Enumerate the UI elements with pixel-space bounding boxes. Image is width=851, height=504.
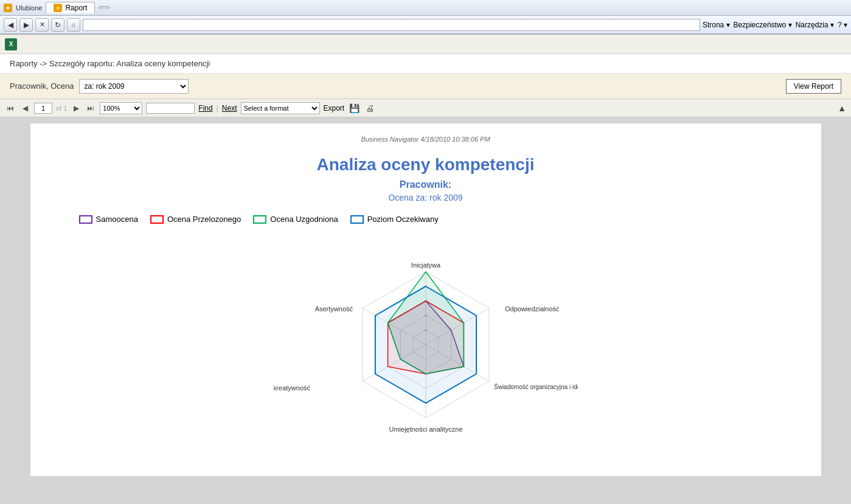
tab-label: Raport — [65, 4, 87, 12]
find-link[interactable]: Find — [198, 104, 212, 112]
nav-stop[interactable]: ✕ — [35, 18, 49, 32]
label-innowacyjnosc: Innowacyjność i kreatywność — [274, 384, 310, 392]
breadcrumb: Raporty -> Szczegóły raportu: Analiza oc… — [10, 59, 210, 68]
excel-icon: X — [5, 38, 17, 50]
last-page-button[interactable]: ⏭ — [85, 103, 96, 114]
legend-label-przelozonego: Ocena Przelozonego — [167, 215, 241, 224]
top-logo-bar: X — [0, 35, 851, 54]
nav-bar: ◀ ▶ ✕ ↻ ⌂ Strona ▾ Bezpieczeństwo ▾ Narz… — [0, 16, 851, 34]
next-link[interactable]: Next — [222, 104, 237, 112]
menu-narzedzia[interactable]: Narzędzia ▾ — [796, 21, 834, 29]
report-title: Analiza oceny kompetencji — [55, 155, 797, 174]
format-select[interactable]: Select a format PDF Excel Word CSV — [241, 102, 320, 114]
params-left: Pracownik, Ocena za: rok 2009 — [10, 79, 189, 94]
report-page: Business Navigator 4/18/2010 10:38:06 PM… — [30, 123, 821, 476]
report-subtitle2: Ocena za: rok 2009 — [55, 193, 797, 202]
param-label: Pracownik, Ocena — [10, 81, 74, 91]
label-asertywnosc: Asertywność — [314, 305, 353, 312]
favorites-icon: ★ — [4, 4, 12, 12]
browser-title-bar: ★ Ulubione e Raport — [0, 0, 851, 16]
label-swiadomosc: Świadomość organizacyjna i identyfikacja… — [494, 383, 578, 390]
label-odpowiedzialnosc: Odpowiedzialność — [505, 305, 560, 312]
legend-box-green — [253, 215, 266, 224]
report-scroll-area[interactable]: Business Navigator 4/18/2010 10:38:06 PM… — [0, 117, 851, 504]
legend-label-oczekiwany: Poziom Oczekiwany — [367, 215, 439, 224]
find-separator: | — [217, 104, 218, 112]
legend-przelozonego: Ocena Przelozonego — [150, 215, 241, 224]
inactive-tab[interactable] — [99, 6, 109, 9]
legend-box-purple — [79, 215, 92, 224]
page-input[interactable] — [34, 103, 52, 114]
breadcrumb-bar: Raporty -> Szczegóły raportu: Analiza oc… — [0, 54, 851, 74]
legend-box-red — [150, 215, 164, 224]
page-of-text: of 1 — [56, 105, 67, 112]
oczekiwany-polygon — [375, 286, 476, 403]
browser-chrome: ★ Ulubione e Raport ◀ ▶ ✕ ↻ ⌂ Strona ▾ B… — [0, 0, 851, 35]
radar-chart: Inicjatywa Odpowiedzialność Świadomość o… — [274, 238, 578, 445]
menu-help[interactable]: ? ▾ — [838, 21, 847, 29]
nav-forward[interactable]: ▶ — [19, 18, 33, 32]
active-tab[interactable]: e Raport — [46, 2, 95, 13]
report-toolbar: ⏮ ◀ of 1 ▶ ⏭ 100% 75% 50% 125% 150% Find… — [0, 99, 851, 117]
nav-back[interactable]: ◀ — [4, 18, 17, 32]
legend-uzgodniona: Ocena Uzgodniona — [253, 215, 338, 224]
legend-label-samoocena: Samoocena — [96, 215, 138, 224]
print-icon[interactable]: 🖨 — [364, 102, 376, 114]
legend-label-uzgodniona: Ocena Uzgodniona — [270, 215, 338, 224]
params-bar: Pracownik, Ocena za: rok 2009 View Repor… — [0, 74, 851, 99]
tab-icon: e — [54, 4, 62, 12]
find-input[interactable] — [146, 103, 195, 114]
param-select[interactable]: za: rok 2009 — [79, 79, 189, 94]
page-wrapper: X Raporty -> Szczegóły raportu: Analiza … — [0, 35, 851, 504]
save-icon[interactable]: 💾 — [348, 102, 360, 114]
nav-menu-items: Strona ▾ Bezpieczeństwo ▾ Narzędzia ▾ ? … — [703, 21, 847, 29]
menu-bezpieczenstwo[interactable]: Bezpieczeństwo ▾ — [734, 21, 792, 29]
view-report-button[interactable]: View Report — [786, 79, 841, 94]
nav-refresh[interactable]: ↻ — [51, 18, 64, 32]
legend-samoocena: Samoocena — [79, 215, 138, 224]
export-button[interactable]: Export — [324, 104, 345, 112]
first-page-button[interactable]: ⏮ — [5, 103, 16, 114]
collapse-icon[interactable]: ▲ — [838, 103, 846, 113]
label-umiejetnosci: Umiejętności analityczne — [389, 426, 462, 433]
menu-strona[interactable]: Strona ▾ — [703, 21, 730, 29]
nav-home[interactable]: ⌂ — [67, 18, 80, 32]
legend-row: Samoocena Ocena Przelozonego Ocena Uzgod… — [79, 215, 797, 224]
radar-container: Inicjatywa Odpowiedzialność Świadomość o… — [55, 238, 797, 445]
favorites-label: Ulubione — [16, 4, 42, 12]
label-inicjatywa: Inicjatywa — [411, 261, 440, 269]
legend-oczekiwany: Poziom Oczekiwany — [350, 215, 439, 224]
report-header-info: Business Navigator 4/18/2010 10:38:06 PM — [55, 136, 797, 143]
prev-page-button[interactable]: ◀ — [19, 103, 30, 114]
legend-box-blue — [350, 215, 364, 224]
address-bar[interactable] — [83, 19, 700, 31]
next-page-button[interactable]: ▶ — [71, 103, 82, 114]
zoom-select[interactable]: 100% 75% 50% 125% 150% — [100, 102, 142, 114]
report-subtitle: Pracownik: — [55, 179, 797, 190]
